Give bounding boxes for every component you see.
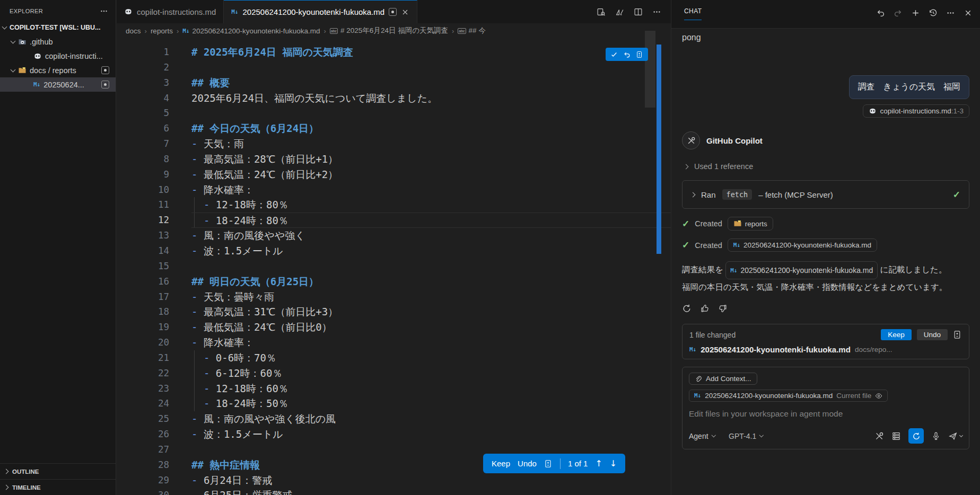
keep-all-button[interactable]: Keep: [881, 329, 912, 340]
user-request-bubble[interactable]: 調査 きょうの天気 福岡: [849, 75, 970, 99]
next-change-icon[interactable]: ↓: [610, 458, 617, 469]
editor-line-22[interactable]: 22 - 6-12時：60％: [117, 366, 671, 381]
answer-file-chip[interactable]: M↓202506241200-kyounotenki-fukuoka.md: [725, 261, 878, 279]
editor-line-24[interactable]: 24 - 18-24時：50％: [117, 396, 671, 411]
breadcrumb-item[interactable]: docs: [126, 27, 141, 35]
sidebar-section-outline[interactable]: OUTLINE: [0, 463, 116, 479]
editor-line-20[interactable]: 20- 降水確率：: [117, 335, 671, 350]
breadcrumb-item[interactable]: abc# 2025年6月24日 福岡の天気調査: [330, 26, 448, 36]
mode-picker-agent[interactable]: Agent: [689, 432, 715, 440]
editor-content[interactable]: 1# 2025年6月24日 福岡の天気調査23## 概要42025年6月24日、…: [117, 38, 671, 495]
more-icon[interactable]: [946, 8, 955, 17]
close-icon[interactable]: [964, 8, 973, 17]
tree-item--github[interactable]: .github: [0, 34, 116, 49]
editor-line-9[interactable]: 9- 最低気温：24℃（前日比+2）: [117, 167, 671, 182]
undo-icon[interactable]: [876, 8, 885, 17]
thumbs-up-icon[interactable]: [700, 304, 710, 313]
diff-file-icon[interactable]: [953, 330, 962, 339]
close-icon[interactable]: [401, 8, 409, 16]
editor-line-6[interactable]: 6## 今日の天気（6月24日）: [117, 121, 671, 136]
line-number: 26: [117, 427, 169, 442]
diff-file-icon[interactable]: [544, 459, 553, 468]
tools-icon[interactable]: [874, 431, 884, 441]
tree-item-copilot-instructi-[interactable]: copilot-instructi...: [0, 49, 116, 63]
editor-line-21[interactable]: 21 - 0-6時：70％: [117, 350, 671, 366]
line-number: 11: [117, 197, 169, 213]
editor-line-13[interactable]: 13- 風：南の風後やや強く: [117, 228, 671, 243]
redo-icon[interactable]: [894, 8, 903, 17]
send-button[interactable]: [948, 431, 962, 441]
editor-line-18[interactable]: 18- 最高気温：31℃（前日比+3）: [117, 304, 671, 320]
model-picker[interactable]: GPT-4.1: [729, 432, 763, 440]
symbol-icon: abc: [458, 28, 466, 34]
tool-call-row[interactable]: Ran fetch – fetch (MCP Server) ✓: [682, 180, 969, 209]
editor-line-5[interactable]: 5: [117, 105, 671, 121]
line-text: - 6月25日：厳重警戒: [191, 488, 671, 495]
created-file-chip[interactable]: M↓202506241200-kyounotenki-fukuoka.md: [728, 238, 877, 252]
editor-line-10[interactable]: 10- 降水確率：: [117, 182, 671, 198]
editor-line-8[interactable]: 8- 最高気温：28℃（前日比+1）: [117, 152, 671, 167]
more-actions-icon[interactable]: [652, 7, 661, 16]
accept-check-icon[interactable]: [610, 51, 618, 58]
breadcrumb-item[interactable]: M↓202506241200-kyounotenki-fukuoka.md: [182, 27, 320, 35]
editor-line-29[interactable]: 29- 6月24日：警戒: [117, 473, 671, 488]
editor-line-3[interactable]: 3## 概要: [117, 75, 671, 91]
eye-icon[interactable]: [875, 392, 882, 400]
editor-line-4[interactable]: 42025年6月24日、福岡の天気について調査しました。: [117, 91, 671, 106]
auto-approve-sync-button[interactable]: [908, 428, 924, 444]
explorer-more-actions-icon[interactable]: [100, 7, 108, 15]
new-chat-icon[interactable]: [911, 8, 920, 17]
undo-button[interactable]: Undo: [518, 459, 537, 468]
editor-line-11[interactable]: 11 - 12-18時：80％: [117, 197, 671, 213]
sidebar-section-timeline[interactable]: TIMELINE: [0, 479, 116, 495]
editor-line-25[interactable]: 25- 風：南の風やや強く後北の風: [117, 411, 671, 427]
sidebar-project-root[interactable]: COPILOT-TEST [WSL: UBU...: [0, 20, 116, 34]
history-icon[interactable]: [929, 8, 938, 17]
editor-line-2[interactable]: 2: [117, 60, 671, 75]
microphone-icon[interactable]: [931, 431, 941, 441]
rerun-icon[interactable]: [682, 304, 692, 313]
editor-line-15[interactable]: 15: [117, 259, 671, 274]
line-text: - 12-18時：60％: [191, 381, 671, 396]
editor-line-16[interactable]: 16## 明日の天気（6月25日）: [117, 274, 671, 289]
add-context-button[interactable]: Add Context...: [689, 373, 757, 385]
used-references-toggle[interactable]: Used 1 reference: [682, 162, 969, 171]
editor-line-30[interactable]: 30- 6月25日：厳重警戒: [117, 488, 671, 495]
open-changes-icon[interactable]: [615, 7, 624, 16]
open-preview-icon[interactable]: [597, 7, 606, 16]
line-text: - 風：南の風後やや強く: [191, 228, 671, 243]
tree-item-20250624-[interactable]: M↓20250624...: [0, 77, 116, 92]
editor-line-14[interactable]: 14- 波：1.5メートル: [117, 243, 671, 259]
split-editor-icon[interactable]: [634, 7, 643, 16]
created-file-chip[interactable]: reports: [728, 217, 773, 231]
sidebar-sections: OUTLINETIMELINE: [0, 463, 116, 495]
editor-line-23[interactable]: 23 - 12-18時：60％: [117, 381, 671, 396]
chat-input-field[interactable]: Edit files in your workspace in agent mo…: [689, 409, 962, 419]
editor-line-12[interactable]: 12 - 18-24時：80％: [117, 213, 671, 228]
discard-undo-icon[interactable]: [623, 51, 631, 58]
tab-label: copilot-instructions.md: [137, 7, 216, 16]
changed-file-row[interactable]: M↓ 202506241200-kyounotenki-fukuoka.md d…: [689, 345, 962, 354]
tree-item-docs-reports[interactable]: docs / reports: [0, 63, 116, 77]
breadcrumb-item[interactable]: abc## 今: [458, 26, 486, 36]
editor-scrollbar[interactable]: [645, 31, 655, 108]
breadcrumb-item[interactable]: reports: [151, 27, 173, 35]
editor-line-19[interactable]: 19- 最低気温：24℃（前日比0）: [117, 320, 671, 335]
mode-label: Agent: [689, 432, 708, 440]
diff-file-icon[interactable]: [636, 51, 643, 58]
mcp-server-icon[interactable]: [891, 431, 901, 441]
modified-badge-icon: [101, 81, 109, 89]
context-file-chip[interactable]: M↓ 202506241200-kyounotenki-fukuoka.md C…: [689, 390, 888, 402]
editor-line-26[interactable]: 26- 波：1.5メートル: [117, 427, 671, 442]
undo-all-button[interactable]: Undo: [917, 329, 948, 340]
editor-line-17[interactable]: 17- 天気：曇時々雨: [117, 289, 671, 305]
keep-button[interactable]: Keep: [492, 459, 510, 468]
editor-line-1[interactable]: 1# 2025年6月24日 福岡の天気調査: [117, 45, 671, 60]
thumbs-down-icon[interactable]: [718, 304, 728, 313]
previous-change-icon[interactable]: ↑: [595, 458, 602, 469]
tab-copilot-instructions-md[interactable]: copilot-instructions.md: [117, 0, 224, 23]
tab-chat[interactable]: CHAT: [684, 7, 702, 20]
editor-line-7[interactable]: 7- 天気：雨: [117, 136, 671, 152]
tab-202506241200-kyounotenki-fukuoka-md[interactable]: M↓202506241200-kyounotenki-fukuoka.md: [224, 0, 417, 23]
request-reference-chip[interactable]: copilot-instructions.md:1-3: [863, 104, 969, 118]
